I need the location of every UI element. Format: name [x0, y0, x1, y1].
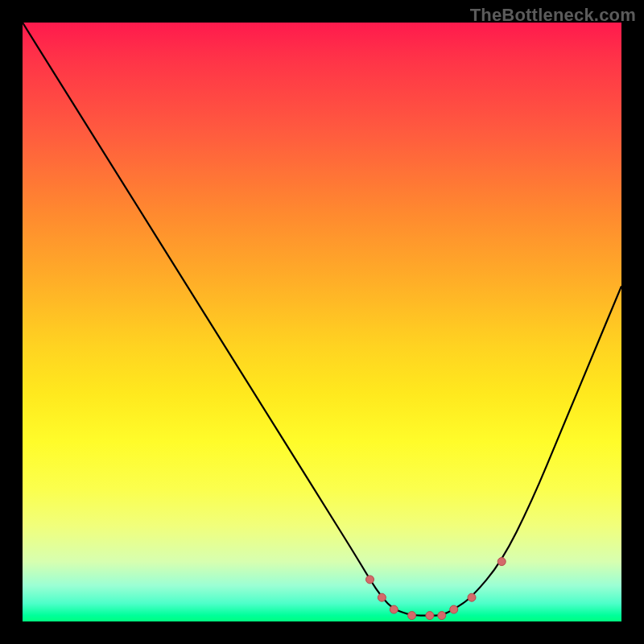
- curve-marker: [366, 576, 374, 584]
- chart-frame: TheBottleneck.com: [0, 0, 644, 644]
- curve-marker: [450, 605, 458, 613]
- curve-marker: [390, 605, 398, 613]
- bottleneck-curve: [23, 23, 621, 616]
- chart-overlay-svg: [23, 23, 621, 621]
- curve-markers: [366, 558, 506, 620]
- curve-marker: [408, 612, 416, 620]
- curve-marker: [438, 612, 446, 620]
- curve-marker: [426, 612, 434, 620]
- curve-marker: [497, 558, 506, 566]
- curve-marker: [468, 593, 476, 601]
- watermark-text: TheBottleneck.com: [470, 5, 636, 26]
- curve-marker: [378, 593, 386, 601]
